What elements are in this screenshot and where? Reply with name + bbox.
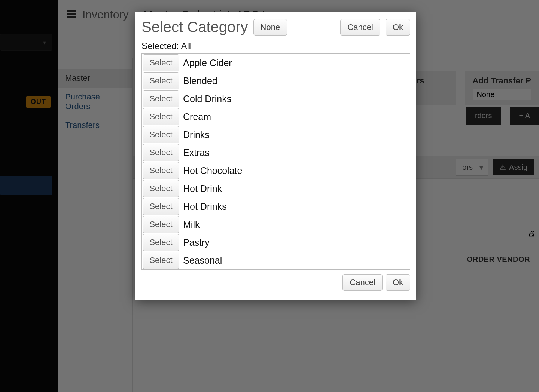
category-list: SelectApple CiderSelectBlendedSelectCold…: [141, 53, 410, 270]
category-row: SelectBlended: [142, 72, 410, 90]
category-name: Cream: [183, 111, 211, 122]
category-name: Cold Drinks: [183, 94, 231, 104]
category-name: Blended: [183, 76, 217, 86]
category-name: Hot Chocolate: [183, 165, 242, 176]
category-name: Milk: [183, 219, 200, 230]
category-row: SelectDrinks: [142, 126, 410, 144]
selected-summary: Selected: All: [141, 41, 410, 51]
select-button[interactable]: Select: [143, 198, 179, 215]
category-row: SelectApple Cider: [142, 54, 410, 72]
modal-footer: Cancel Ok: [141, 274, 410, 291]
select-button[interactable]: Select: [143, 72, 179, 89]
select-button[interactable]: Select: [143, 90, 179, 107]
ok-button-top[interactable]: Ok: [386, 19, 410, 36]
category-row: SelectHot Drinks: [142, 197, 410, 215]
select-button[interactable]: Select: [143, 144, 179, 161]
category-name: Hot Drink: [183, 183, 222, 194]
category-name: Extras: [183, 147, 210, 158]
selected-value: All: [181, 41, 191, 51]
select-button[interactable]: Select: [143, 234, 179, 251]
cancel-button-bottom[interactable]: Cancel: [342, 274, 382, 291]
category-row: SelectCold Drinks: [142, 90, 410, 108]
category-row: SelectSeasonal: [142, 251, 410, 269]
select-button[interactable]: Select: [143, 216, 179, 233]
category-row: SelectCream: [142, 108, 410, 126]
category-row: SelectPastry: [142, 233, 410, 251]
category-name: Seasonal: [183, 255, 222, 266]
category-name: Pastry: [183, 237, 210, 248]
category-name: Drinks: [183, 129, 210, 140]
modal-header: Select Category None Cancel Ok: [141, 19, 410, 36]
cancel-button-top[interactable]: Cancel: [340, 19, 380, 36]
category-row: SelectHot Chocolate: [142, 162, 410, 180]
ok-button-bottom[interactable]: Ok: [386, 274, 410, 291]
category-row: SelectExtras: [142, 144, 410, 162]
category-name: Hot Drinks: [183, 201, 227, 212]
select-button[interactable]: Select: [143, 126, 179, 143]
select-button[interactable]: Select: [143, 54, 179, 71]
category-row: SelectHot Drink: [142, 180, 410, 197]
select-button[interactable]: Select: [143, 108, 179, 125]
category-row: SelectMilk: [142, 215, 410, 233]
none-button[interactable]: None: [253, 19, 287, 36]
select-category-modal: Select Category None Cancel Ok Selected:…: [135, 12, 416, 300]
category-name: Apple Cider: [183, 58, 232, 68]
modal-title: Select Category: [141, 19, 248, 36]
select-button[interactable]: Select: [143, 252, 179, 269]
select-button[interactable]: Select: [143, 180, 179, 197]
select-button[interactable]: Select: [143, 162, 179, 179]
